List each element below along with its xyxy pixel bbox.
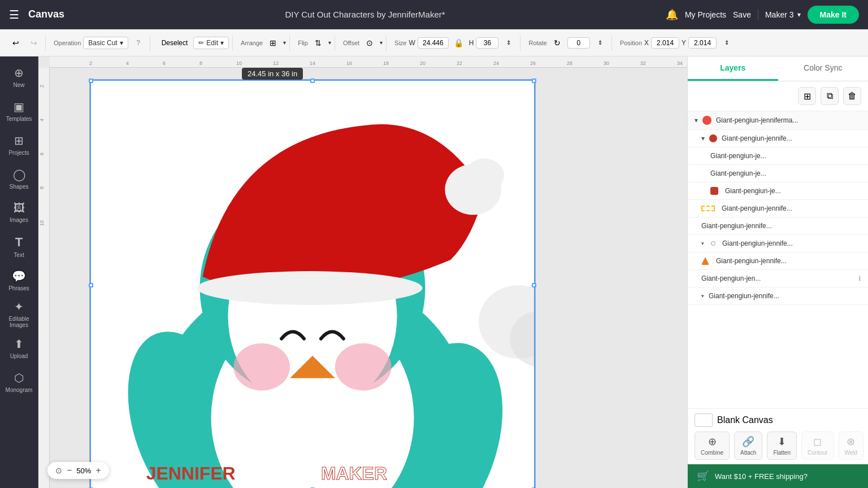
flatten-label: Flatten: [773, 450, 791, 456]
delete-layers-button[interactable]: 🗑: [843, 87, 861, 105]
svg-point-6: [197, 271, 423, 305]
position-y-input[interactable]: [688, 37, 717, 49]
sidebar-label-monogram: Monogram: [6, 387, 33, 393]
save-button[interactable]: Save: [733, 10, 751, 19]
sidebar-item-text[interactable]: T Text: [2, 230, 36, 262]
topbar: ☰ Canvas DIY Cut Out Characters by Jenni…: [0, 0, 868, 29]
layer-name: Giant-pengiun-jennife...: [701, 222, 861, 230]
position-arrows-icon[interactable]: ⇕: [719, 35, 735, 51]
attach-label: Attach: [740, 450, 756, 456]
sidebar-label-images: Images: [10, 217, 28, 223]
blank-canvas-row: Blank Canvas: [695, 413, 861, 427]
make-it-button[interactable]: Make It: [808, 6, 859, 24]
notification-bell-icon[interactable]: 🔔: [666, 8, 678, 21]
combine-icon: ⊕: [708, 435, 717, 448]
redo-button[interactable]: ↪: [26, 35, 42, 51]
duplicate-layers-button[interactable]: ⧉: [821, 87, 839, 105]
size-w-input[interactable]: [418, 37, 449, 49]
deselect-edit-group: Deselect ✏ Edit ▾: [155, 35, 233, 51]
sidebar-item-new[interactable]: ⊕ New: [2, 61, 36, 93]
layer-color-swatch: [701, 257, 709, 265]
layer-item[interactable]: Giant-pengiun-jen... ℹ: [688, 270, 868, 287]
size-h-input[interactable]: [476, 37, 498, 49]
attach-button[interactable]: 🔗 Attach: [734, 432, 762, 460]
weld-button[interactable]: ⊗ Weld: [839, 432, 864, 460]
deselect-button[interactable]: Deselect: [158, 35, 192, 51]
rotate-icon[interactable]: ↻: [549, 35, 565, 51]
combine-button[interactable]: ⊕ Combine: [695, 432, 730, 460]
position-y-label: Y: [682, 39, 686, 47]
zoom-in-button[interactable]: +: [96, 465, 101, 476]
editable-images-icon: ✦: [14, 300, 24, 313]
zoom-fit-button[interactable]: ⊙: [55, 466, 62, 475]
layer-item[interactable]: ▾ Giant-pengiun-jenniferma...: [688, 111, 868, 130]
rotate-arrows-icon[interactable]: ⇕: [592, 35, 608, 51]
sidebar-label-new: New: [13, 82, 24, 88]
zoom-out-button[interactable]: −: [67, 465, 72, 476]
size-h-group: H: [469, 37, 499, 49]
layer-name: Giant-pengiun-jennife...: [722, 134, 861, 142]
contour-button[interactable]: ◻ Contour: [801, 432, 834, 460]
templates-icon: ▣: [14, 100, 24, 114]
expand-arrow-icon: ▾: [701, 293, 704, 299]
promo-icon: 🛒: [697, 470, 709, 482]
layer-item[interactable]: Giant-pengiun-jennife...: [688, 217, 868, 235]
left-sidebar: ⊕ New ▣ Templates ⊞ Projects ◯ Shapes 🖼 …: [0, 56, 38, 488]
rotate-group: Rotate ↻ ⇕: [525, 35, 611, 51]
position-x-input[interactable]: [651, 37, 679, 49]
canvas-viewport[interactable]: 24.45 in x 36 in: [50, 68, 687, 488]
layer-color-swatch: [701, 206, 715, 211]
lock-aspect-icon[interactable]: 🔒: [451, 35, 467, 51]
attach-icon: 🔗: [742, 435, 754, 448]
layer-color-swatch: [709, 134, 717, 142]
tab-color-sync[interactable]: Color Sync: [778, 56, 869, 81]
layer-item[interactable]: Giant-pengiun-jennife...: [688, 252, 868, 270]
machine-selector[interactable]: Maker 3 ▾: [765, 10, 801, 19]
flip-button[interactable]: ⇅: [310, 35, 326, 51]
size-arrows-icon[interactable]: ⇕: [501, 35, 517, 51]
flip-group: Flip ⇅ ▾: [294, 35, 335, 51]
operation-help-button[interactable]: ?: [131, 35, 146, 51]
canvas-white[interactable]: JENNIFER MAKER: [89, 79, 536, 488]
layer-item[interactable]: ▾ Giant-pengiun-jennife...: [688, 130, 868, 147]
arrange-arrow-icon: ▾: [283, 40, 286, 46]
arrange-button[interactable]: ⊞: [265, 35, 281, 51]
panel-actions: ⊕ Combine 🔗 Attach ⬇ Flatten ◻ Contour ⊗: [695, 432, 861, 460]
promo-banner[interactable]: 🛒 Want $10 + FREE shipping?: [688, 464, 868, 488]
layer-item[interactable]: Giant-pengiun-je...: [688, 182, 868, 200]
layer-item[interactable]: ▾ Giant-pengiun-jennife...: [688, 235, 868, 252]
app-logo: Canvas: [28, 8, 64, 20]
svg-point-8: [465, 159, 504, 193]
rotate-input[interactable]: [567, 37, 590, 49]
tab-layers[interactable]: Layers: [688, 56, 778, 81]
layer-name: Giant-pengiun-jen...: [701, 274, 854, 282]
offset-button[interactable]: ⊙: [362, 35, 377, 51]
panel-tabs: Layers Color Sync: [688, 56, 868, 81]
info-icon[interactable]: ℹ: [858, 274, 861, 282]
sidebar-item-phrases[interactable]: 💬 Phrases: [2, 264, 36, 296]
flatten-button[interactable]: ⬇ Flatten: [767, 432, 797, 460]
sidebar-item-images[interactable]: 🖼 Images: [2, 197, 36, 228]
operation-select[interactable]: Basic Cut ▾: [83, 37, 128, 49]
sidebar-item-monogram[interactable]: ⬡ Monogram: [2, 366, 36, 398]
sidebar-item-templates[interactable]: ▣ Templates: [2, 95, 36, 127]
sidebar-label-phrases: Phrases: [8, 285, 29, 291]
undo-button[interactable]: ↩: [8, 35, 24, 51]
sidebar-item-editable-images[interactable]: ✦ Editable Images: [2, 298, 36, 330]
svg-point-11: [233, 343, 290, 391]
offset-label: Offset: [343, 40, 359, 46]
menu-icon[interactable]: ☰: [9, 8, 19, 21]
sidebar-item-projects[interactable]: ⊞ Projects: [2, 129, 36, 160]
group-layers-button[interactable]: ⊞: [798, 87, 816, 105]
canvas-area[interactable]: 2 4 6 8 10 12 14 16 18 20 22 24 26 28 30…: [38, 56, 687, 488]
flatten-icon: ⬇: [778, 435, 786, 448]
blank-canvas-swatch[interactable]: [695, 413, 713, 427]
layer-item[interactable]: ▾ Giant-pengiun-jennife...: [688, 287, 868, 305]
my-projects-link[interactable]: My Projects: [685, 10, 726, 19]
layer-item[interactable]: Giant-pengiun-je...: [688, 165, 868, 182]
layer-item[interactable]: Giant-pengiun-jennife...: [688, 200, 868, 217]
sidebar-item-shapes[interactable]: ◯ Shapes: [2, 163, 36, 194]
layer-item[interactable]: Giant-pengiun-je...: [688, 147, 868, 165]
sidebar-item-upload[interactable]: ⬆ Upload: [2, 332, 36, 364]
edit-button[interactable]: ✏ Edit ▾: [193, 37, 229, 49]
